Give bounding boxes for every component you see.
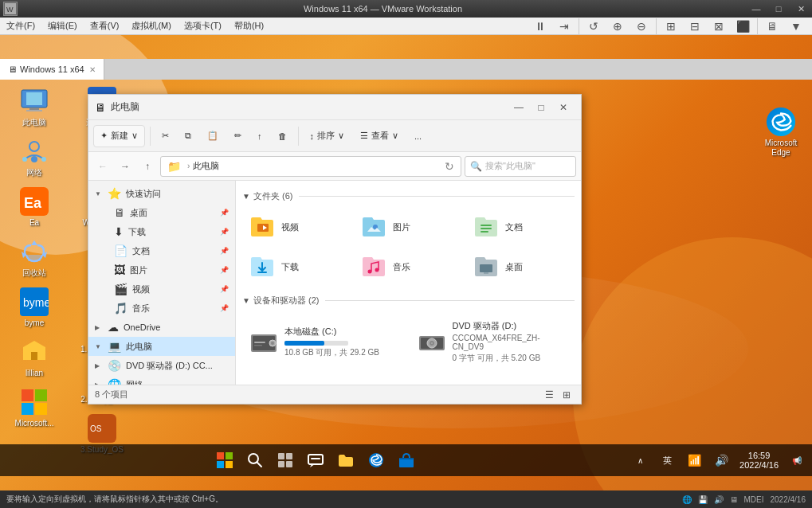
vmware-status-icon-sound[interactable]: 🔊 — [714, 495, 724, 504]
fe-maximize-btn[interactable]: □ — [530, 96, 552, 119]
address-refresh-btn[interactable]: ↻ — [445, 160, 454, 173]
nav-item-downloads[interactable]: ⬇ 下载 📌 — [88, 222, 235, 241]
fe-search-box[interactable]: 🔍 搜索"此电脑" — [465, 156, 576, 177]
nav-label-pictures: 图片 — [130, 264, 215, 276]
address-folder-icon: 📁 — [167, 160, 181, 173]
fe-copy-btn[interactable]: ⧉ — [178, 125, 198, 147]
taskbar-explorer-btn[interactable] — [334, 448, 358, 472]
desktop-icon-recycle[interactable]: 回收站 — [3, 233, 65, 280]
vmware-minimize-btn[interactable]: — — [745, 0, 767, 18]
drives-arrow: ▼ — [242, 296, 250, 305]
fe-delete-btn[interactable]: 🗑 — [272, 125, 293, 147]
taskbar-show-hidden-btn[interactable]: ∧ — [628, 448, 652, 472]
drive-item-c[interactable]: 本地磁盘 (C:) 10.8 GB 可用，共 29.2 GB — [242, 313, 407, 371]
toolbar-btn4[interactable]: ⊕ — [606, 17, 629, 36]
desktop-icon-thispc-label: 此电脑 — [22, 118, 46, 127]
nav-item-thispc[interactable]: ▼ 💻 此电脑 — [88, 337, 235, 356]
taskbar-search-btn[interactable] — [243, 448, 267, 472]
fe-forward-btn[interactable]: → — [116, 157, 135, 176]
toolbar-pause-btn[interactable]: ⏸ — [529, 17, 551, 36]
nav-label-dvd: DVD 驱动器 (D:) CC... — [126, 360, 229, 372]
toolbar-btn5[interactable]: ⊖ — [630, 17, 653, 36]
nav-item-desktop[interactable]: 🖥 桌面 📌 — [88, 203, 235, 222]
vmware-status-icon-net[interactable]: 🌐 — [682, 495, 692, 504]
fe-folders-section-header[interactable]: ▼ 文件夹 (6) — [242, 190, 575, 202]
toolbar-btn10[interactable]: 🖥 — [761, 17, 783, 36]
vm-tab-close[interactable]: ✕ — [89, 65, 96, 74]
fe-drives-section-header[interactable]: ▼ 设备和驱动器 (2) — [242, 295, 575, 307]
nav-item-dvd[interactable]: ▶ 💿 DVD 驱动器 (D:) CC... — [88, 356, 235, 375]
menu-file[interactable]: 文件(F) — [0, 18, 41, 35]
desktop-icon-microsoft[interactable]: Microsoft... — [3, 384, 65, 431]
menu-vm[interactable]: 虚拟机(M) — [125, 18, 178, 35]
fe-more-btn[interactable]: ... — [408, 125, 428, 147]
fe-sort-btn[interactable]: ↕ 排序 ∨ — [304, 125, 351, 147]
nav-item-documents[interactable]: 📄 文档 📌 — [88, 241, 235, 260]
fe-back-btn[interactable]: ← — [93, 157, 112, 176]
fe-paste-btn[interactable]: 📋 — [201, 125, 225, 147]
vmware-close-btn[interactable]: ✕ — [790, 0, 812, 18]
folder-item-downloads[interactable]: 下载 — [242, 248, 351, 285]
svg-text:W: W — [6, 6, 14, 14]
fe-grid-view-btn[interactable]: ⊞ — [559, 387, 575, 403]
fe-new-button[interactable]: ✦ 新建 ∨ — [93, 125, 145, 147]
taskbar-edge-btn[interactable] — [364, 448, 388, 472]
desktop-icon-network[interactable]: 网络 — [3, 133, 65, 180]
menu-view[interactable]: 查看(V) — [84, 18, 126, 35]
desktop-icon-byme[interactable]: byme byme — [3, 283, 65, 330]
fe-share-btn[interactable]: ↑ — [251, 125, 269, 147]
ms-edge-desktop-icon[interactable]: Microsoft Edge — [753, 104, 809, 163]
fe-address-box[interactable]: 📁 › 此电脑 ↻ — [160, 156, 461, 177]
fe-cut-btn[interactable]: ✂ — [155, 125, 175, 147]
taskbar-chat-btn[interactable] — [304, 448, 328, 472]
nav-icon-thispc: 💻 — [108, 340, 121, 353]
desktop-icon-lillian[interactable]: lillian — [3, 334, 65, 381]
nav-item-onedrive[interactable]: ▶ ☁ OneDrive — [88, 318, 235, 337]
toolbar-btn9[interactable]: ⬛ — [732, 17, 754, 36]
ms-edge-icon — [765, 106, 797, 138]
vmware-title: Windows 11 x64 — VMware Workstation — [21, 4, 745, 14]
folder-item-video[interactable]: 视频 — [242, 209, 351, 245]
menu-tab[interactable]: 选项卡(T) — [178, 18, 228, 35]
fe-minimize-btn[interactable]: — — [508, 96, 530, 119]
vmware-status-icon-usb[interactable]: 💾 — [698, 495, 708, 504]
fe-close-btn[interactable]: ✕ — [552, 96, 575, 119]
toolbar-btn11[interactable]: ▼ — [785, 17, 807, 36]
taskbar-lang-btn[interactable]: 英 — [655, 448, 679, 472]
nav-item-pictures[interactable]: 🖼 图片 📌 — [88, 260, 235, 279]
menu-help[interactable]: 帮助(H) — [228, 18, 270, 35]
nav-item-music[interactable]: 🎵 音乐 📌 — [88, 299, 235, 318]
toolbar-btn6[interactable]: ⊞ — [660, 17, 682, 36]
vmware-status-icon-display[interactable]: 🖥 — [730, 495, 738, 504]
folder-item-pictures[interactable]: 图片 — [354, 209, 462, 245]
menu-edit[interactable]: 编辑(E) — [41, 18, 84, 35]
nav-item-quickaccess[interactable]: ▼ ⭐ 快速访问 — [88, 184, 235, 203]
vm-tab-win11[interactable]: 🖥 Windows 11 x64 ✕ — [0, 59, 104, 80]
drive-item-d[interactable]: DVD 驱动器 (D:) CCCOMA_X64FRE_ZH-CN_DV9 0 字… — [410, 313, 575, 371]
toolbar-btn8[interactable]: ⊠ — [708, 17, 730, 36]
toolbar-btn3[interactable]: ↺ — [583, 17, 605, 36]
toolbar-btn2[interactable]: ⇥ — [553, 17, 575, 36]
folder-item-desktop[interactable]: 桌面 — [466, 248, 575, 285]
taskbar-notifications-btn[interactable]: 📢 — [785, 448, 809, 472]
vmware-maximize-btn[interactable]: □ — [767, 0, 790, 18]
folder-item-documents[interactable]: 文档 — [466, 209, 575, 245]
taskbar-store-btn[interactable] — [394, 448, 418, 472]
taskbar-volume-icon[interactable]: 🔊 — [709, 448, 733, 472]
toolbar-btn7[interactable]: ⊟ — [684, 17, 706, 36]
fe-view-btn[interactable]: ☰ 查看 ∨ — [354, 125, 405, 147]
fe-title-icon: 🖥 — [95, 101, 106, 114]
nav-item-network[interactable]: ▶ 🌐 网络 — [88, 375, 235, 385]
ms-edge-box[interactable]: Microsoft Edge — [753, 104, 809, 160]
nav-item-videos[interactable]: 🎬 视频 📌 — [88, 279, 235, 299]
desktop-icon-ea[interactable]: Ea Ea — [3, 183, 65, 230]
fe-up-btn[interactable]: ↑ — [138, 157, 157, 176]
desktop-icon-thispc[interactable]: 此电脑 — [3, 83, 65, 130]
taskbar-network-icon[interactable]: 📶 — [682, 448, 706, 472]
folder-item-music[interactable]: 音乐 — [354, 248, 462, 285]
taskbar-widgets-btn[interactable] — [273, 448, 297, 472]
fe-rename-btn[interactable]: ✏ — [228, 125, 248, 147]
fe-list-view-btn[interactable]: ☰ — [541, 387, 557, 403]
taskbar-clock[interactable]: 16:59 2022/4/16 — [736, 451, 782, 470]
taskbar-start-btn[interactable] — [213, 448, 237, 472]
